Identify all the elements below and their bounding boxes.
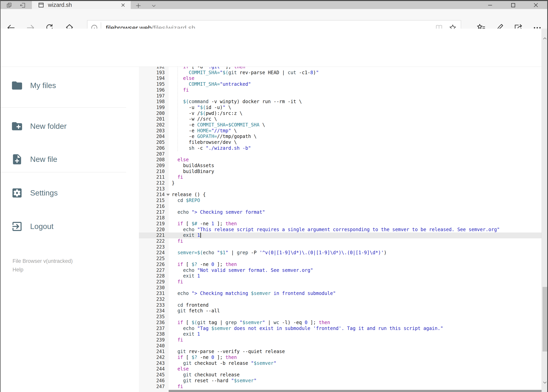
code-line-212[interactable]: 212} — [139, 180, 541, 186]
code-text: COMMIT_SHA="$(git rev-parse HEAD | cut -… — [172, 70, 319, 76]
code-line-230[interactable]: 230 — [139, 285, 541, 291]
code-text: -v /$(pwd):/src:z \ — [172, 111, 243, 116]
scroll-down-icon[interactable] — [542, 380, 548, 385]
browser-tab[interactable]: wizard.sh — [32, 1, 131, 9]
code-line-244[interactable]: 244 else — [139, 366, 541, 372]
code-line-223[interactable]: 223 — [139, 244, 541, 250]
code-line-234[interactable]: 234 git fetch --all — [139, 308, 541, 314]
line-number: 218 — [139, 215, 165, 221]
code-line-213[interactable]: 213 — [139, 186, 541, 192]
tab-preview-icon[interactable] — [6, 2, 13, 8]
maximize-button[interactable] — [504, 1, 522, 9]
code-line-207[interactable]: 207 — [139, 151, 541, 157]
code-text: echo "Not valid semver format. See semve… — [172, 267, 313, 273]
help-link[interactable]: Help — [13, 267, 23, 273]
sidebar-item-my-files[interactable]: My files — [0, 75, 137, 96]
sidebar-item-logout[interactable]: Logout — [0, 216, 137, 237]
tab-dropdown-icon[interactable] — [151, 3, 157, 8]
code-line-242[interactable]: 242 if [ $? -ne 0 ]; then — [139, 355, 541, 360]
sidebar-item-new-file[interactable]: New file — [0, 148, 137, 170]
line-number: 219 — [139, 221, 165, 227]
code-line-224[interactable]: 224 semver=$(echo "$1" | grep -P '^v(0|[… — [139, 250, 541, 256]
code-line-218[interactable]: 218 — [139, 215, 541, 221]
code-line-192[interactable]: 192 if [ -d ".git" ]; then — [139, 67, 541, 70]
code-line-241[interactable]: 241 git rev-parse --verify --quiet relea… — [139, 349, 541, 355]
code-line-215[interactable]: 215 cd $REPO — [139, 198, 541, 203]
code-line-245[interactable]: 245 git checkout release — [139, 372, 541, 378]
code-line-201[interactable]: 201 -w //src \ — [139, 116, 541, 122]
sidebar-item-label: New folder — [30, 122, 67, 131]
code-line-219[interactable]: 219 if [ $# -ne 1 ]; then — [139, 221, 541, 227]
code-text: cd frontend — [172, 302, 208, 308]
line-number: 245 — [139, 372, 165, 378]
code-line-243[interactable]: 243 git checkout -b release "$semver" — [139, 360, 541, 366]
line-number: 220 — [139, 227, 165, 233]
code-line-195[interactable]: 195 COMMIT_SHA="untracked" — [139, 81, 541, 87]
sidebar-item-new-folder[interactable]: New folder — [0, 115, 137, 137]
code-line-222[interactable]: 222 fi — [139, 238, 541, 244]
code-line-197[interactable]: 197 — [139, 93, 541, 99]
code-line-216[interactable]: 216 — [139, 203, 541, 210]
code-line-236[interactable]: 236 if [ $(git tag | grep "$semver" | wc… — [139, 320, 541, 326]
sidebar-item-settings[interactable]: Settings — [0, 182, 137, 204]
code-line-194[interactable]: 194 else — [139, 76, 541, 81]
code-text: fi — [172, 174, 183, 180]
code-line-203[interactable]: 203 -e HOME="//tmp" \ — [139, 128, 541, 134]
close-window-button[interactable] — [527, 1, 545, 9]
code-line-211[interactable]: 211 fi — [139, 174, 541, 180]
code-line-247[interactable]: 247 fi — [139, 384, 541, 390]
code-line-240[interactable]: 240 — [139, 343, 541, 349]
tab-title: wizard.sh — [48, 2, 72, 8]
code-line-233[interactable]: 233 cd frontend — [139, 302, 541, 308]
line-number: 222 — [139, 238, 165, 244]
code-line-221[interactable]: 221 exit 1 — [139, 232, 541, 238]
code-line-198[interactable]: 198 $(command -v winpty) docker run --rm… — [139, 99, 541, 105]
set-tabs-aside-icon[interactable] — [19, 2, 27, 8]
code-line-196[interactable]: 196 fi — [139, 87, 541, 93]
code-line-220[interactable]: 220 echo "This release script requires a… — [139, 227, 541, 233]
code-line-231[interactable]: 231 echo "> Checking matching $semver in… — [139, 291, 541, 296]
sidebar-item-label: My files — [30, 81, 56, 90]
code-editor[interactable]: 192 if [ -d ".git" ]; then193 COMMIT_SHA… — [139, 67, 541, 392]
code-line-228[interactable]: 228 exit 1 — [139, 273, 541, 279]
code-line-210[interactable]: 210 buildBinary — [139, 169, 541, 175]
horizontal-scrollbar[interactable] — [169, 390, 541, 392]
code-line-239[interactable]: 239 fi — [139, 337, 541, 343]
code-line-209[interactable]: 209 buildAssets — [139, 163, 541, 169]
tab-bar: wizard.sh — [0, 1, 548, 9]
code-line-246[interactable]: 246 git reset --hard "$semver" — [139, 378, 541, 384]
code-line-235[interactable]: 235 — [139, 314, 541, 320]
fold-marker-icon[interactable] — [166, 194, 170, 196]
code-line-229[interactable]: 229 fi — [139, 279, 541, 285]
line-number: 232 — [139, 296, 165, 302]
line-number: 202 — [139, 122, 165, 128]
line-number: 228 — [139, 273, 165, 279]
code-line-205[interactable]: 205 filebrowser/dev \ — [139, 140, 541, 145]
code-line-217[interactable]: 217 echo "> Checking semver format" — [139, 210, 541, 215]
code-line-237[interactable]: 237 echo "Tag $semver does not exist in … — [139, 326, 541, 331]
code-line-214[interactable]: 214release () { — [139, 192, 541, 198]
minimize-button[interactable] — [481, 1, 499, 9]
code-line-206[interactable]: 206 sh -c "./wizard.sh -b" — [139, 145, 541, 151]
code-line-226[interactable]: 226 if [ $? -ne 0 ]; then — [139, 262, 541, 267]
code-line-199[interactable]: 199 -u "$(id -u)" \ — [139, 105, 541, 111]
code-line-225[interactable]: 225 — [139, 256, 541, 262]
scrollbar-thumb[interactable] — [542, 287, 548, 351]
code-line-208[interactable]: 208 else — [139, 157, 541, 163]
code-line-193[interactable]: 193 COMMIT_SHA="$(git rev-parse HEAD | c… — [139, 70, 541, 76]
line-number: 213 — [139, 186, 165, 192]
code-line-232[interactable]: 232 — [139, 296, 541, 302]
code-line-238[interactable]: 238 exit 1 — [139, 331, 541, 337]
code-line-227[interactable]: 227 echo "Not valid semver format. See s… — [139, 267, 541, 273]
code-text: echo "Tag $semver does not exist in subm… — [172, 326, 443, 331]
new-tab-icon[interactable] — [135, 2, 142, 9]
code-text: fi — [172, 337, 183, 343]
scroll-up-icon[interactable] — [542, 36, 548, 41]
line-number: 211 — [139, 174, 165, 180]
code-line-202[interactable]: 202 -e COMMIT_SHA=$COMMIT_SHA \ — [139, 122, 541, 128]
line-number: 235 — [139, 314, 165, 320]
code-text: exit 1 — [172, 273, 200, 279]
code-line-204[interactable]: 204 -e GOPATH=//tmp/gopath \ — [139, 134, 541, 140]
code-line-200[interactable]: 200 -v /$(pwd):/src:z \ — [139, 111, 541, 116]
close-tab-icon[interactable] — [120, 2, 126, 8]
